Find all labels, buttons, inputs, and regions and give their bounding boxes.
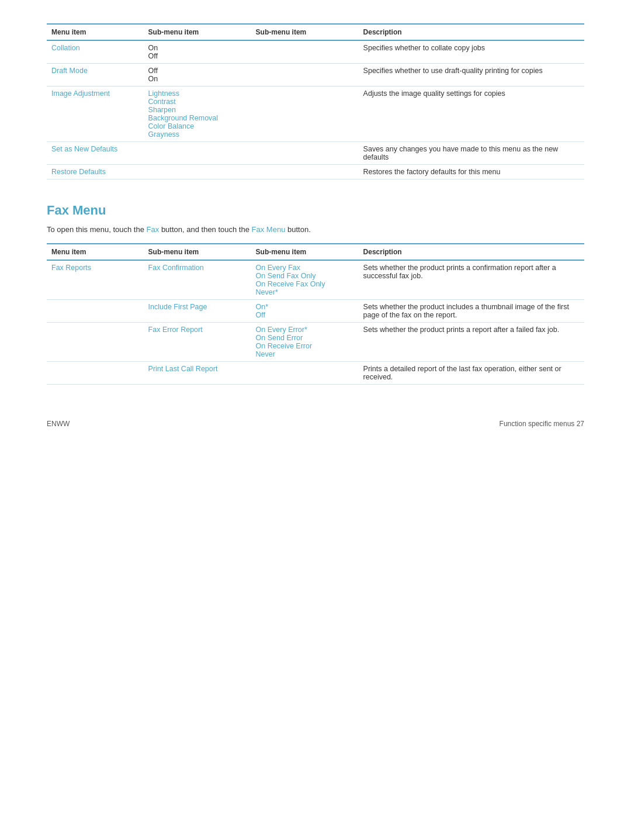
copy-sub2 xyxy=(251,142,359,165)
copy-sub1-items: On Off xyxy=(144,40,251,64)
copy-menu-item[interactable]: Restore Defaults xyxy=(47,165,144,179)
copy-sub1-items xyxy=(144,165,251,179)
fax-menu-item xyxy=(47,362,144,385)
fax-header-desc: Description xyxy=(359,244,584,260)
fax-desc: Sets whether the product prints a report… xyxy=(359,323,584,362)
fax-sub1[interactable]: Fax Error Report xyxy=(144,323,251,362)
page-footer: ENWW Function specific menus 27 xyxy=(47,420,584,428)
copy-desc: Restores the factory defaults for this m… xyxy=(359,165,584,179)
table-row: Print Last Call Report Prints a detailed… xyxy=(47,362,584,385)
copy-header-sub1: Sub-menu item xyxy=(144,24,251,40)
table-row: Fax Error Report On Every Error* On Send… xyxy=(47,323,584,362)
copy-menu-item[interactable]: Image Adjustment xyxy=(47,87,144,142)
copy-table-section: Menu item Sub-menu item Sub-menu item De… xyxy=(47,23,584,179)
footer-right: Function specific menus 27 xyxy=(500,420,584,428)
table-row: Draft Mode Off On Specifies whether to u… xyxy=(47,64,584,87)
fax-link[interactable]: Fax xyxy=(147,225,160,234)
copy-sub2 xyxy=(251,87,359,142)
fax-desc: Sets whether the product prints a confir… xyxy=(359,260,584,300)
table-row: Include First Page On* Off Sets whether … xyxy=(47,300,584,323)
fax-sub1[interactable]: Fax Confirmation xyxy=(144,260,251,300)
table-row: Collation On Off Specifies whether to co… xyxy=(47,40,584,64)
footer-left: ENWW xyxy=(47,420,70,428)
copy-sub1-items xyxy=(144,142,251,165)
fax-sub2-items: On Every Error* On Send Error On Receive… xyxy=(251,323,359,362)
fax-menu-section: Fax Menu To open this menu, touch the Fa… xyxy=(47,203,584,385)
copy-sub1-items: Lightness Contrast Sharpen Background Re… xyxy=(144,87,251,142)
copy-desc: Adjusts the image quality settings for c… xyxy=(359,87,584,142)
fax-sub2-items xyxy=(251,362,359,385)
copy-sub2 xyxy=(251,40,359,64)
fax-desc: Sets whether the product includes a thum… xyxy=(359,300,584,323)
table-row: Image Adjustment Lightness Contrast Shar… xyxy=(47,87,584,142)
fax-header-sub2: Sub-menu item xyxy=(251,244,359,260)
fax-sub2-items: On Every Fax On Send Fax Only On Receive… xyxy=(251,260,359,300)
fax-header-sub1: Sub-menu item xyxy=(144,244,251,260)
copy-desc: Saves any changes you have made to this … xyxy=(359,142,584,165)
fax-menu-item[interactable]: Fax Reports xyxy=(47,260,144,300)
fax-menu-intro: To open this menu, touch the Fax button,… xyxy=(47,225,584,234)
fax-sub1[interactable]: Include First Page xyxy=(144,300,251,323)
copy-menu-item[interactable]: Collation xyxy=(47,40,144,64)
copy-header-sub2: Sub-menu item xyxy=(251,24,359,40)
copy-sub2 xyxy=(251,165,359,179)
fax-menu-item xyxy=(47,323,144,362)
copy-sub1-items: Off On xyxy=(144,64,251,87)
fax-menu-link[interactable]: Fax Menu xyxy=(252,225,286,234)
fax-sub1[interactable]: Print Last Call Report xyxy=(144,362,251,385)
fax-header-menu: Menu item xyxy=(47,244,144,260)
table-row: Set as New Defaults Saves any changes yo… xyxy=(47,142,584,165)
copy-menu-item[interactable]: Set as New Defaults xyxy=(47,142,144,165)
copy-header-menu: Menu item xyxy=(47,24,144,40)
copy-menu-table: Menu item Sub-menu item Sub-menu item De… xyxy=(47,23,584,179)
copy-sub2 xyxy=(251,64,359,87)
copy-desc: Specifies whether to collate copy jobs xyxy=(359,40,584,64)
table-row: Fax Reports Fax Confirmation On Every Fa… xyxy=(47,260,584,300)
copy-menu-item[interactable]: Draft Mode xyxy=(47,64,144,87)
fax-desc: Prints a detailed report of the last fax… xyxy=(359,362,584,385)
copy-desc: Specifies whether to use draft-quality p… xyxy=(359,64,584,87)
table-row: Restore Defaults Restores the factory de… xyxy=(47,165,584,179)
fax-menu-item xyxy=(47,300,144,323)
fax-menu-heading: Fax Menu xyxy=(47,203,584,218)
fax-menu-table: Menu item Sub-menu item Sub-menu item De… xyxy=(47,243,584,385)
copy-header-desc: Description xyxy=(359,24,584,40)
fax-sub2-items: On* Off xyxy=(251,300,359,323)
